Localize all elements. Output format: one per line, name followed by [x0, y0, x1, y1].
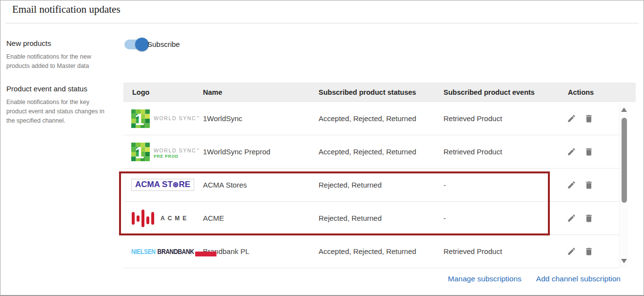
pencil-icon — [567, 147, 576, 156]
brandbank-red-bar — [195, 252, 217, 256]
channel-name: ACME — [194, 214, 310, 222]
table-row: ACMA ST⊛RE ACMA Stores Rejected, Returne… — [123, 169, 619, 202]
actions-cell — [559, 114, 618, 124]
channel-subscription-table: 1 WORLD SYNC™ 1WorldSync Accepted, Rejec… — [123, 102, 619, 268]
edit-button[interactable] — [567, 180, 576, 190]
trash-icon — [584, 114, 594, 124]
delete-button[interactable] — [584, 247, 594, 256]
logo-cell: 1 WORLD SYNC™ PRE PROD — [123, 143, 194, 161]
column-header-events: Subscribed product events — [435, 88, 559, 96]
trash-icon — [584, 247, 594, 256]
acme-wordmark: ACME — [161, 215, 189, 222]
subscribed-statuses: Accepted, Rejected, Returned — [310, 148, 435, 156]
worldsync-wordmark: WORLD SYNC™ — [154, 115, 199, 121]
pencil-icon — [567, 114, 576, 123]
delete-button[interactable] — [584, 114, 594, 124]
worldsync-mosaic-icon: 1 — [131, 109, 150, 128]
logo-cell: ACMA ST⊛RE — [123, 179, 194, 191]
table-header: Logo Name Subscribed product statuses Su… — [123, 83, 636, 102]
nielsen-brandbank-logo-icon: NIELSEN BRANDBANK — [131, 247, 217, 256]
section-description-product-event-status: Enable notifications for the key product… — [6, 98, 110, 126]
channel-name: 1WorldSync Preprod — [194, 148, 310, 156]
section-heading-product-event-status: Product event and status — [6, 85, 87, 93]
worldsync-preprod-wordmark: WORLD SYNC™ PRE PROD — [154, 148, 199, 159]
add-channel-subscription-link[interactable]: Add channel subscription — [536, 275, 621, 283]
subscribe-toggle-label: Subscribe — [147, 40, 180, 48]
subscribe-toggle[interactable] — [124, 40, 147, 49]
vertical-scrollbar[interactable] — [619, 103, 628, 268]
acma-store-logo-icon: ACMA ST⊛RE — [131, 179, 194, 191]
table-row: ACME ACME Rejected, Returned - — [123, 202, 619, 235]
1worldsync-preprod-logo-icon: 1 WORLD SYNC™ PRE PROD — [131, 143, 199, 161]
scroll-up-arrow-icon[interactable] — [621, 107, 627, 112]
logo-cell: 1 WORLD SYNC™ — [123, 109, 194, 128]
scrollbar-thumb[interactable] — [622, 118, 627, 203]
svg-text:1: 1 — [135, 143, 144, 161]
trash-icon — [584, 180, 594, 190]
manage-subscriptions-link[interactable]: Manage subscriptions — [448, 275, 522, 283]
subscribed-statuses: Rejected, Returned — [310, 181, 435, 189]
delete-button[interactable] — [584, 213, 594, 223]
subscribed-events: Retrieved Product — [435, 247, 559, 255]
section-heading-new-products: New products — [6, 39, 51, 47]
subscribed-statuses: Accepted, Rejected, Returned — [310, 247, 435, 255]
svg-text:1: 1 — [135, 110, 144, 128]
column-header-logo: Logo — [123, 88, 194, 96]
acme-logo-icon: ACME — [131, 208, 189, 229]
column-header-statuses: Subscribed product statuses — [310, 88, 435, 96]
edit-button[interactable] — [567, 147, 576, 157]
actions-cell — [559, 147, 618, 157]
column-header-actions: Actions — [559, 88, 618, 96]
actions-cell — [559, 180, 618, 190]
logo-cell: NIELSEN BRANDBANK — [123, 247, 194, 256]
worldsync-mosaic-icon: 1 — [131, 143, 150, 161]
subscribed-events: - — [435, 181, 559, 189]
actions-cell — [559, 247, 618, 256]
1worldsync-logo-icon: 1 WORLD SYNC™ — [131, 109, 199, 128]
subscribed-statuses: Accepted, Rejected, Returned — [310, 114, 435, 123]
delete-button[interactable] — [584, 147, 594, 157]
column-header-name: Name — [194, 88, 310, 96]
table-row: NIELSEN BRANDBANK Brandbank PL Accepted,… — [123, 235, 619, 268]
delete-button[interactable] — [584, 180, 594, 190]
footer-links: Manage subscriptions Add channel subscri… — [448, 275, 621, 283]
page-title: Email notification updates — [12, 3, 121, 16]
trash-icon — [584, 147, 594, 157]
edit-button[interactable] — [567, 247, 576, 256]
pencil-icon — [567, 247, 576, 256]
channel-name: 1WorldSync — [194, 114, 310, 123]
email-notification-settings-panel: Email notification updates New products … — [0, 0, 644, 296]
edit-button[interactable] — [567, 114, 576, 124]
subscribed-events: - — [435, 214, 559, 222]
logo-cell: ACME — [123, 208, 194, 229]
pencil-icon — [567, 213, 576, 223]
trash-icon — [584, 213, 594, 223]
subscribed-events: Retrieved Product — [435, 114, 559, 123]
subscribed-events: Retrieved Product — [435, 148, 559, 156]
table-row: 1 WORLD SYNC™ 1WorldSync Accepted, Rejec… — [123, 102, 619, 135]
section-description-new-products: Enable notifications for the new product… — [6, 52, 110, 71]
scroll-down-arrow-icon[interactable] — [621, 259, 627, 263]
subscribed-statuses: Rejected, Returned — [310, 214, 435, 222]
pencil-icon — [567, 180, 576, 190]
channel-name: ACMA Stores — [194, 181, 310, 189]
table-row: 1 WORLD SYNC™ PRE PROD 1WorldSync Prepro… — [123, 135, 619, 169]
toggle-knob — [135, 38, 149, 51]
acme-bars-icon — [131, 208, 155, 229]
title-divider — [5, 23, 639, 23]
edit-button[interactable] — [567, 213, 576, 223]
actions-cell — [559, 213, 618, 223]
